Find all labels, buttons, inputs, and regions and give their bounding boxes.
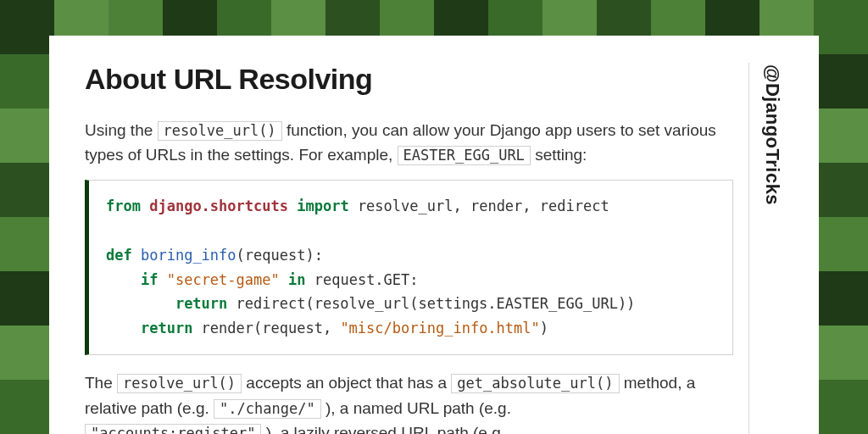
code-resolve-url-2: resolve_url()	[117, 374, 242, 393]
vertical-divider	[748, 63, 749, 434]
page-title: About URL Resolving	[85, 63, 733, 96]
author-handle: @DjangoTricks	[761, 63, 783, 434]
code-change-path: "./change/"	[214, 399, 321, 419]
explain-paragraph: The resolve_url() accepts an object that…	[85, 370, 733, 434]
code-example: from django.shortcuts import resolve_url…	[85, 180, 733, 355]
code-accounts-register: "accounts:register"	[85, 424, 261, 434]
code-get-absolute-url: get_absolute_url()	[451, 374, 619, 393]
intro-paragraph: Using the resolve_url() function, you ca…	[85, 118, 733, 168]
article-card: About URL Resolving Using the resolve_ur…	[49, 36, 819, 434]
code-resolve-url: resolve_url()	[158, 121, 282, 141]
code-easter-egg-url: EASTER_EGG_URL	[398, 146, 531, 165]
article-content: About URL Resolving Using the resolve_ur…	[85, 63, 748, 434]
